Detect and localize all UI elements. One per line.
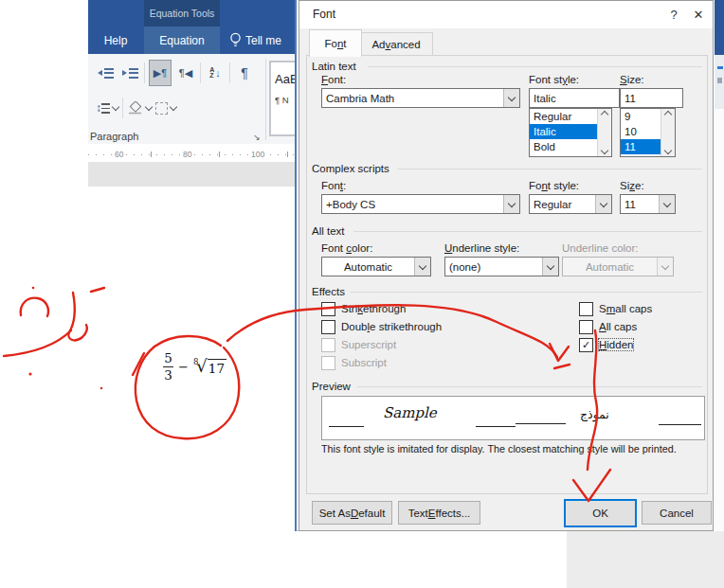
style-gallery-item[interactable]: AaB ¶ N	[269, 61, 297, 136]
checkbox-icon[interactable]	[321, 320, 335, 334]
preview-box: Sample نموذج	[321, 396, 705, 440]
borders-icon[interactable]	[155, 96, 176, 120]
scroll-down-icon[interactable]	[664, 147, 672, 154]
fraction: 5 3	[163, 351, 173, 383]
checkbox-double-strikethrough[interactable]: Double strikethrough	[321, 319, 442, 334]
ribbon-separator	[229, 62, 230, 83]
latin-font-label: Font:	[321, 74, 346, 85]
complex-size-combobox[interactable]: 11	[620, 194, 676, 214]
latin-style-list[interactable]: Regular Italic Bold	[529, 108, 612, 157]
list-item[interactable]: Regular	[530, 109, 604, 124]
latin-style-label: Font style:	[529, 74, 579, 85]
ribbon-paragraph-group: ▶¶ ¶◀ AZ↓ ¶ ↕ Paragraph ↘ AaB ¶ N	[88, 54, 297, 144]
scrollbar[interactable]	[661, 109, 675, 156]
underline-style-label: Underline style:	[444, 242, 519, 254]
underline-style-value: (none)	[445, 261, 542, 273]
checkbox-icon	[321, 338, 335, 352]
handwriting-dash	[91, 288, 104, 292]
underline-style-combobox[interactable]: (none)	[444, 257, 559, 276]
close-icon[interactable]: ✕	[686, 1, 711, 28]
ok-button[interactable]: OK	[564, 499, 637, 527]
shading-bucket-icon[interactable]	[127, 96, 152, 120]
ruler-number: 60	[113, 150, 125, 159]
latin-style-input[interactable]: Italic	[529, 88, 620, 108]
checkbox-all-caps[interactable]: All caps	[579, 319, 637, 334]
tab-advanced[interactable]: Advanced	[359, 32, 433, 57]
ltr-paragraph-icon[interactable]: ▶¶	[149, 60, 172, 86]
checkbox-icon[interactable]	[321, 302, 335, 316]
chevron-down-icon[interactable]	[503, 195, 519, 213]
latin-size-list[interactable]: 9 10 11	[620, 108, 676, 157]
dialog-titlebar[interactable]: Font ? ✕	[299, 1, 713, 28]
group-line	[351, 292, 702, 293]
lightbulb-icon	[228, 31, 243, 53]
chevron-down-icon[interactable]	[659, 195, 675, 213]
scroll-up-icon[interactable]	[601, 111, 608, 118]
checkbox-subscript: Subscript	[321, 355, 387, 370]
checkbox-hidden[interactable]: Hidden	[579, 337, 633, 352]
rtl-paragraph-icon[interactable]: ¶◀	[175, 61, 196, 85]
checkbox-checked-icon[interactable]	[579, 338, 593, 352]
increase-indent-icon[interactable]	[119, 61, 140, 85]
underline-color-combobox: Automatic	[562, 257, 674, 276]
numerator: 5	[164, 351, 172, 365]
ruler-tick	[219, 151, 220, 157]
set-as-default-button[interactable]: Set As Default	[312, 501, 392, 525]
stray-dot	[100, 387, 102, 389]
sort-icon[interactable]: AZ↓	[205, 61, 226, 85]
checkbox-strikethrough[interactable]: Strikethrough	[321, 301, 406, 316]
checkbox-label: Subscript	[341, 357, 387, 368]
line-spacing-icon[interactable]: ↕	[95, 96, 118, 120]
tab-font[interactable]: Font	[309, 29, 362, 57]
checkbox-superscript: Superscript	[321, 337, 396, 352]
complex-size-label: Size:	[620, 180, 644, 191]
dialog-help-button[interactable]: ?	[661, 1, 686, 28]
scroll-up-icon[interactable]	[664, 111, 672, 118]
text-effects-button[interactable]: Text Effects...	[398, 501, 480, 525]
paragraph-group-label: Paragraph	[88, 131, 249, 142]
checkbox-label: Superscript	[341, 339, 396, 350]
list-item-selected[interactable]: Italic	[530, 124, 604, 139]
complex-font-combobox[interactable]: +Body CS	[321, 194, 520, 214]
complex-scripts-group-label: Complex scripts	[312, 163, 389, 174]
complex-style-combobox[interactable]: Regular	[529, 194, 612, 214]
complex-style-value: Regular	[530, 199, 595, 210]
checkbox-icon[interactable]	[579, 320, 593, 334]
group-line	[397, 169, 702, 169]
handwriting-alef	[68, 293, 86, 340]
dialog-title: Font	[313, 8, 335, 21]
tell-me-box[interactable]: Tell me	[245, 27, 297, 54]
scrollbar[interactable]	[597, 109, 611, 156]
app-background	[567, 531, 724, 588]
complex-font-value: +Body CS	[322, 199, 503, 210]
page-top-margin-band	[88, 162, 297, 187]
chevron-down-icon[interactable]	[503, 89, 519, 107]
show-paragraph-marks-icon[interactable]: ¶	[234, 61, 255, 85]
checkbox-small-caps[interactable]: Small caps	[579, 301, 652, 316]
latin-font-combobox[interactable]: Cambria Math	[321, 88, 520, 108]
contextual-tab-group-label: Equation Tools	[144, 0, 220, 27]
tab-help[interactable]: Help	[94, 27, 137, 54]
decrease-indent-icon[interactable]	[95, 61, 116, 85]
latin-size-input[interactable]: 11	[620, 88, 683, 108]
chevron-down-icon[interactable]	[542, 258, 558, 276]
font-color-combobox[interactable]: Automatic	[321, 257, 431, 276]
preview-underline	[329, 426, 364, 427]
ruler-tick	[287, 151, 288, 157]
screenshot-canvas: Equation Tools Help Equation Tell me ▶¶ …	[0, 0, 724, 588]
chevron-down-icon[interactable]	[414, 258, 430, 276]
horizontal-ruler[interactable]: 60 80 100	[88, 147, 297, 162]
cancel-button[interactable]: Cancel	[642, 501, 712, 525]
chevron-down-icon[interactable]	[595, 195, 611, 213]
complex-size-value: 11	[621, 199, 659, 210]
scroll-down-icon[interactable]	[601, 147, 608, 154]
paragraph-dialog-launcher-icon[interactable]: ↘	[250, 131, 263, 143]
radical: 8 √ 17	[193, 358, 226, 376]
checkbox-icon[interactable]	[579, 302, 593, 316]
equation-object[interactable]: 5 3 − 8 √ 17	[163, 351, 226, 383]
list-item[interactable]: Bold	[530, 139, 604, 154]
preview-group-label: Preview	[312, 381, 351, 392]
tab-equation[interactable]: Equation	[144, 27, 220, 54]
ruler-number: 80	[181, 150, 193, 159]
latin-size-label: Size:	[620, 74, 644, 85]
